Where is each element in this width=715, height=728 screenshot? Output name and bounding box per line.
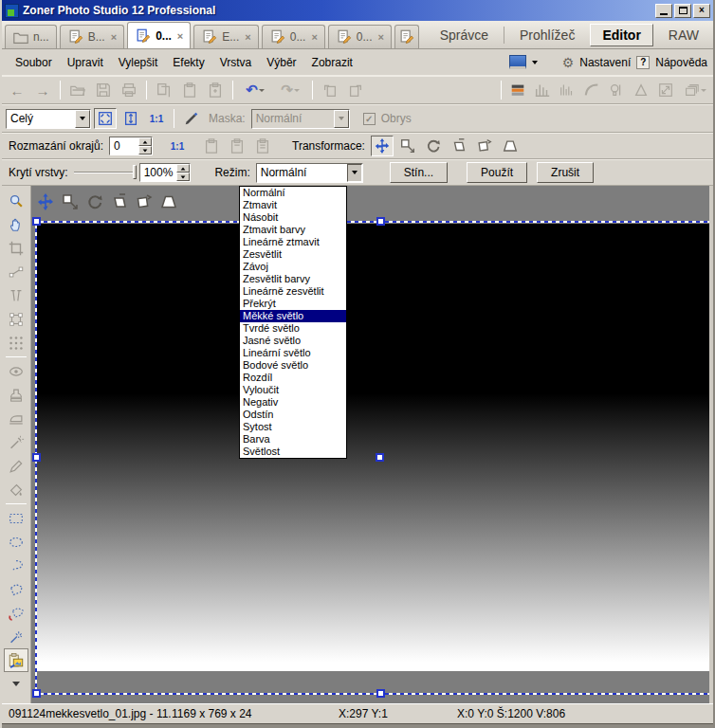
blend-option[interactable]: Jasné světlo	[240, 335, 346, 347]
blend-mode-combobox[interactable]: Normální	[256, 163, 363, 183]
paste-special-button[interactable]	[204, 80, 227, 100]
tool-ellipse-select[interactable]	[4, 530, 28, 554]
spin-up-button[interactable]	[176, 164, 190, 173]
mode-spravce[interactable]: Správce	[429, 25, 500, 46]
blend-option[interactable]: Ztmavit barvy	[240, 224, 346, 236]
skew-icon[interactable]	[110, 192, 129, 211]
mask-brush-button[interactable]	[180, 108, 203, 129]
rotate-left-button[interactable]	[319, 80, 341, 100]
blur-edges-spinner[interactable]: 0	[109, 136, 153, 155]
menu-zobrazit[interactable]: Zobrazit	[304, 52, 360, 73]
paste-variant-3-button[interactable]	[251, 136, 274, 156]
tab-document-5[interactable]: 0... ×	[328, 25, 392, 48]
tab-close-icon[interactable]: ×	[378, 31, 384, 43]
blend-option[interactable]: Překrýt	[240, 298, 346, 310]
transform-perspective-button[interactable]	[499, 136, 522, 156]
lamp-button[interactable]	[605, 80, 628, 100]
opacity-slider[interactable]	[74, 164, 137, 181]
blend-option[interactable]: Lineárně ztmavit	[240, 236, 346, 248]
blend-option[interactable]: Ztmavit	[240, 199, 346, 211]
spin-up-button[interactable]	[138, 137, 152, 146]
paste-button[interactable]	[178, 80, 201, 100]
blend-option[interactable]: Tvrdé světlo	[240, 322, 346, 335]
apply-button[interactable]: Použít	[467, 162, 527, 183]
display-profile-icon[interactable]	[509, 55, 526, 69]
tool-mesh[interactable]	[4, 331, 28, 355]
tool-magic-wand[interactable]	[4, 625, 28, 648]
spin-down-button[interactable]	[176, 173, 190, 181]
selection-border-top[interactable]	[36, 221, 710, 223]
tab-close-icon[interactable]: ×	[177, 30, 183, 42]
curves-button[interactable]	[556, 80, 578, 100]
blend-option[interactable]: Vyloučit	[240, 384, 346, 396]
copy-button[interactable]	[153, 80, 175, 100]
transform-resize-button[interactable]	[396, 136, 419, 156]
zoom-100-button[interactable]: 1:1	[145, 108, 168, 129]
tool-pencil[interactable]	[4, 454, 28, 478]
menu-vylepsit[interactable]: Vylepšit	[111, 52, 166, 73]
selection-handle-middle-left[interactable]	[32, 453, 41, 462]
tab-document-2-active[interactable]: 0... ×	[127, 22, 191, 48]
tool-iron[interactable]	[4, 407, 28, 430]
blend-option[interactable]: Lineární světlo	[240, 347, 346, 359]
back-button[interactable]: ←	[6, 80, 28, 100]
blend-option[interactable]: Lineárně zesvětlit	[240, 285, 346, 298]
tool-straighten[interactable]	[4, 260, 28, 283]
tool-rect-select[interactable]	[4, 506, 28, 530]
mode-editor-active[interactable]: Editor	[590, 24, 652, 46]
menu-vyber[interactable]: Výběr	[259, 52, 303, 73]
selection-handle-top-left[interactable]	[32, 217, 41, 226]
move-icon[interactable]	[36, 192, 55, 211]
blend-mode-dropdown-button[interactable]	[347, 164, 362, 182]
chevron-down-icon[interactable]	[532, 61, 538, 64]
undo-button[interactable]: ↶	[239, 80, 271, 100]
settings-menu[interactable]: Nastavení	[579, 56, 631, 69]
tool-deform[interactable]	[4, 307, 28, 331]
free-transform-icon[interactable]	[135, 192, 154, 211]
perspective-icon[interactable]	[159, 192, 178, 211]
transform-move-button[interactable]	[371, 136, 394, 156]
tab-browser[interactable]: n...	[5, 25, 57, 48]
tool-perspective[interactable]	[4, 283, 28, 307]
selection-handle-bottom-middle[interactable]	[376, 689, 385, 698]
tool-crop[interactable]	[4, 236, 28, 260]
blend-option[interactable]: Rozdíl	[240, 372, 346, 384]
tab-document-6-partial[interactable]	[394, 25, 419, 48]
rotate-icon[interactable]	[85, 192, 104, 211]
close-button[interactable]: ×	[693, 4, 710, 18]
menu-upravit[interactable]: Upravit	[60, 52, 111, 73]
mode-prohlizec[interactable]: Prohlížeč	[508, 25, 586, 46]
save-button[interactable]	[92, 80, 115, 100]
print-button[interactable]	[118, 80, 140, 100]
tab-document-1[interactable]: B... ×	[60, 25, 124, 48]
selection-handle-center[interactable]	[376, 453, 384, 462]
tool-magnetic-lasso[interactable]	[4, 601, 28, 625]
redo-button[interactable]: ↷	[274, 80, 306, 100]
mode-raw[interactable]: RAW	[657, 25, 710, 46]
zoom-dropdown-button[interactable]	[75, 110, 90, 128]
blend-option[interactable]: Barva	[240, 433, 346, 446]
levels-button[interactable]	[506, 80, 529, 100]
menu-soubor[interactable]: Soubor	[8, 52, 60, 73]
tool-retouch-brush[interactable]	[4, 430, 28, 454]
blend-option[interactable]: Zesvětlit barvy	[240, 273, 346, 285]
blend-option[interactable]: Sytost	[240, 421, 346, 433]
transform-skew-button[interactable]	[448, 136, 470, 156]
cancel-button[interactable]: Zrušit	[537, 162, 594, 183]
tool-fill[interactable]	[4, 478, 28, 501]
transform-free-button[interactable]	[473, 136, 496, 156]
rotate-right-button[interactable]	[344, 80, 367, 100]
tab-document-3[interactable]: E... ×	[193, 25, 258, 48]
image-gradient-layer[interactable]	[36, 224, 710, 671]
tool-pan[interactable]	[4, 212, 28, 236]
resize-icon[interactable]	[61, 192, 80, 211]
tab-close-icon[interactable]: ×	[311, 31, 317, 43]
histogram-button[interactable]	[531, 80, 554, 100]
canvas[interactable]	[31, 186, 713, 703]
help-menu[interactable]: Nápověda	[655, 56, 707, 69]
enhance-button[interactable]	[580, 80, 603, 100]
sharpen-button[interactable]	[630, 80, 652, 100]
paste-variant-1-button[interactable]	[200, 136, 223, 156]
resize-image-button[interactable]	[654, 80, 677, 100]
tab-close-icon[interactable]: ×	[245, 31, 250, 43]
